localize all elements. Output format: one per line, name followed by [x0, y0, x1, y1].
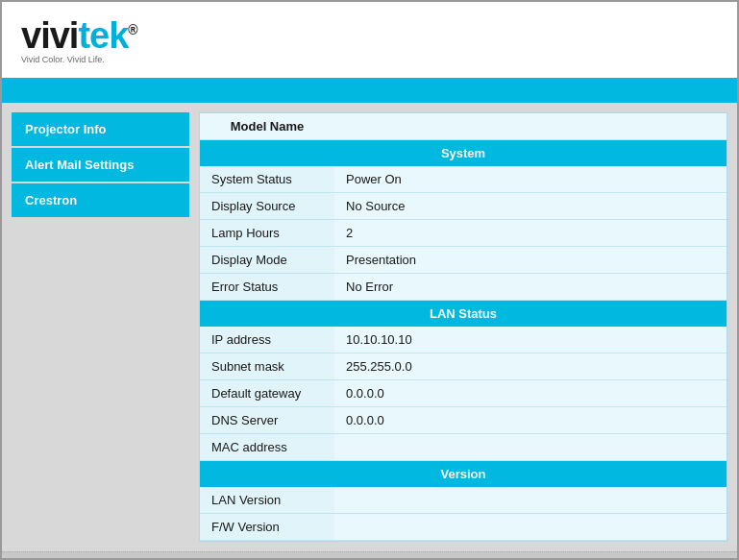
table-row: Subnet mask 255.255.0.0 — [200, 353, 727, 380]
lan-section-header: LAN Status — [200, 301, 727, 328]
table-row: Lamp Hours 2 — [200, 220, 727, 247]
logo: vivitek® Vivid Color. Vivid Life. — [21, 17, 137, 64]
model-name-label: Model Name — [200, 113, 334, 140]
logo-text: vivitek® — [21, 17, 137, 54]
table-row: Default gateway 0.0.0.0 — [200, 380, 727, 407]
model-name-value — [334, 113, 727, 140]
main-content: Projector Info Alert Mail Settings Crest… — [2, 103, 737, 551]
table-row: IP address 10.10.10.10 — [200, 327, 727, 353]
table-row: System Status Power On — [200, 166, 727, 193]
table-row: F/W Version — [200, 514, 727, 541]
bottom-border — [2, 551, 737, 558]
sidebar-item-alert-mail[interactable]: Alert Mail Settings — [12, 148, 189, 182]
sidebar-item-crestron[interactable]: Crestron — [12, 183, 189, 217]
model-name-row: Model Name — [200, 113, 727, 140]
table-row: MAC address — [200, 434, 727, 461]
header: vivitek® Vivid Color. Vivid Life. — [2, 2, 737, 78]
table-row: Display Source No Source — [200, 193, 727, 220]
blue-banner — [2, 78, 737, 103]
sidebar: Projector Info Alert Mail Settings Crest… — [12, 112, 189, 542]
table-row: Error Status No Error — [200, 274, 727, 301]
content-area: Model Name System System Status Power On… — [199, 112, 727, 542]
table-row: Display Mode Presentation — [200, 247, 727, 274]
sidebar-item-projector-info[interactable]: Projector Info — [12, 112, 189, 146]
table-row: DNS Server 0.0.0.0 — [200, 407, 727, 434]
logo-tagline: Vivid Color. Vivid Life. — [21, 55, 105, 64]
app-container: vivitek® Vivid Color. Vivid Life. Projec… — [0, 0, 739, 560]
table-row: LAN Version — [200, 487, 727, 514]
system-section-header: System — [200, 140, 727, 167]
info-table: Model Name System System Status Power On… — [200, 113, 727, 541]
version-section-header: Version — [200, 461, 727, 488]
